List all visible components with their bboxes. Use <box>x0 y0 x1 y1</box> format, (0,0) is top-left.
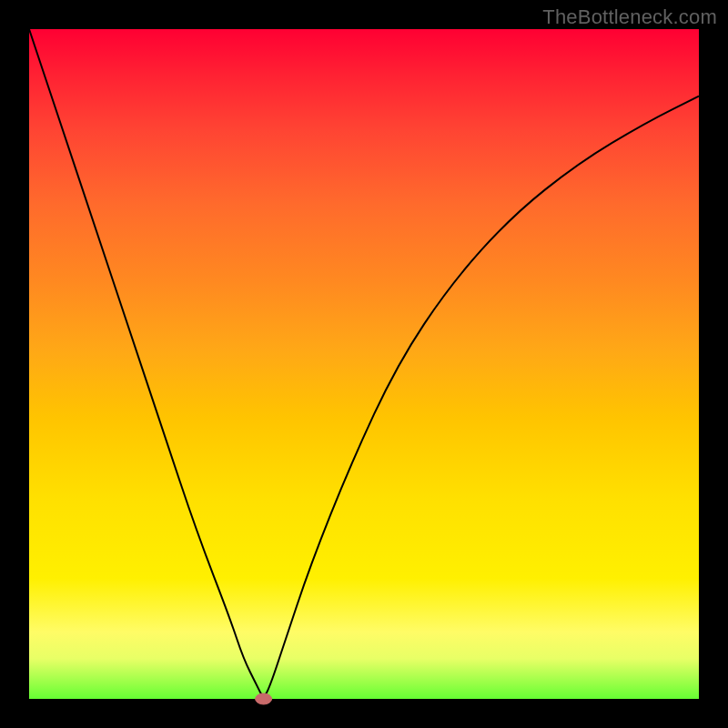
watermark-text: TheBottleneck.com <box>542 5 717 29</box>
minimum-marker <box>256 693 272 704</box>
curve-layer <box>29 29 699 699</box>
chart-frame: TheBottleneck.com <box>0 0 728 728</box>
plot-area <box>29 29 699 699</box>
bottleneck-curve <box>29 29 699 695</box>
